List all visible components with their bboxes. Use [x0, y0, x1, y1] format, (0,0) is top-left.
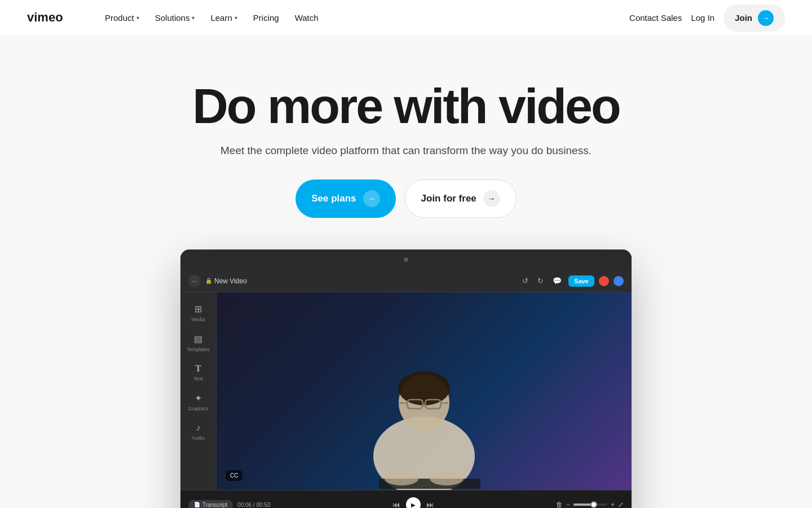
timeline-controls: 📄 Transcript 00:06 / 00:50 ⏮ ▶ [180, 495, 632, 508]
play-button[interactable]: ▶ [406, 497, 421, 508]
back-button[interactable]: ← [188, 275, 201, 287]
tool-media[interactable]: ⊞ Media [184, 299, 213, 327]
chevron-down-icon: ▾ [192, 15, 195, 21]
nav-item-watch[interactable]: Watch [288, 8, 325, 27]
nav-right-items: Contact Sales Log In Join → [629, 5, 785, 32]
prev-button[interactable]: ⏮ [392, 500, 400, 508]
logo[interactable]: vimeo [27, 9, 78, 27]
graphics-label: Graphics [188, 406, 208, 411]
arrow-icon: → [483, 190, 500, 207]
templates-icon: ▤ [194, 334, 202, 344]
tool-graphics[interactable]: ✦ Graphics [184, 388, 213, 416]
navigation: vimeo Product ▾ Solutions ▾ Learn ▾ Pric… [0, 0, 812, 36]
nav-item-product[interactable]: Product ▾ [98, 8, 146, 27]
contact-sales-link[interactable]: Contact Sales [629, 13, 682, 23]
nav-left-items: Product ▾ Solutions ▾ Learn ▾ Pricing Wa… [98, 8, 629, 27]
editor-timeline: 📄 Transcript 00:06 / 00:50 ⏮ ▶ [180, 490, 632, 508]
svg-point-10 [385, 472, 418, 485]
redo-button[interactable]: ↻ [535, 274, 546, 287]
audio-label: Audio [192, 435, 205, 441]
play-icon: ▶ [411, 502, 416, 508]
zoom-slider-thumb[interactable] [590, 501, 597, 508]
next-button[interactable]: ⏭ [426, 500, 434, 508]
tool-text[interactable]: T Text [184, 359, 213, 386]
arrow-icon: → [758, 10, 774, 26]
arrow-icon: → [363, 190, 380, 207]
hero-subtitle: Meet the complete video platform that ca… [27, 144, 785, 157]
graphics-icon: ✦ [195, 393, 202, 404]
transcript-badge[interactable]: 📄 Transcript [188, 500, 233, 509]
timeline-right: 🗑 − + ⤢ [556, 501, 624, 508]
hero-cta-buttons: See plans → Join for free → [27, 179, 785, 218]
delete-button[interactable]: 🗑 [556, 501, 563, 508]
zoom-in-button[interactable]: + [611, 501, 615, 508]
login-link[interactable]: Log In [691, 13, 714, 23]
editor-app: ← 🔒 New Video ↺ ↻ 💬 Save [180, 270, 632, 508]
timeline-center: ⏮ ▶ ⏭ [392, 497, 434, 508]
editor-mockup: ← 🔒 New Video ↺ ↻ 💬 Save [180, 249, 632, 508]
laptop-top-bar [180, 249, 632, 270]
editor-header-left: ← 🔒 New Video [188, 275, 247, 287]
media-label: Media [191, 317, 205, 322]
media-icon: ⊞ [195, 304, 202, 314]
editor-sidebar: ⊞ Media ▤ Templates T Text ✦ Graphics [180, 292, 217, 490]
svg-point-11 [430, 472, 464, 485]
back-icon: ← [192, 278, 198, 284]
timeline-left: 📄 Transcript 00:06 / 00:50 [188, 500, 271, 509]
hero-section: Do more with video Meet the complete vid… [0, 36, 812, 508]
user-avatar-red [599, 276, 609, 286]
chevron-down-icon: ▾ [235, 15, 237, 21]
templates-label: Templates [187, 347, 210, 352]
tool-audio[interactable]: ♪ Audio [184, 418, 213, 445]
text-label: Text [193, 376, 203, 382]
nav-item-learn[interactable]: Learn ▾ [204, 8, 244, 27]
editor-main: ⊞ Media ▤ Templates T Text ✦ Graphics [180, 292, 632, 490]
caption-icon: CC [226, 470, 242, 481]
camera-dot [404, 257, 408, 262]
join-for-free-button[interactable]: Join for free → [405, 179, 517, 218]
preview-frame: CC [217, 292, 632, 490]
editor-header: ← 🔒 New Video ↺ ↻ 💬 Save [180, 270, 632, 292]
see-plans-button[interactable]: See plans → [295, 179, 395, 218]
audio-icon: ♪ [196, 423, 201, 433]
chevron-down-icon: ▾ [136, 15, 139, 21]
lock-icon: 🔒 [205, 278, 212, 284]
user-avatar-blue [614, 276, 624, 286]
person-svg [345, 343, 503, 490]
join-button[interactable]: Join → [723, 5, 785, 32]
nav-item-solutions[interactable]: Solutions ▾ [148, 8, 202, 27]
svg-text:vimeo: vimeo [27, 10, 63, 24]
save-button[interactable]: Save [568, 275, 594, 287]
time-display: 00:06 / 00:50 [237, 502, 270, 508]
svg-point-3 [398, 371, 450, 405]
editor-title: 🔒 New Video [205, 277, 247, 285]
editor-preview: CC [217, 292, 632, 490]
tool-templates[interactable]: ▤ Templates [184, 329, 213, 357]
comment-button[interactable]: 💬 [550, 274, 564, 287]
hero-title: Do more with video [27, 81, 785, 131]
transcript-icon: 📄 [194, 502, 200, 507]
zoom-out-button[interactable]: − [566, 501, 570, 508]
fit-button[interactable]: ⤢ [618, 501, 624, 508]
undo-button[interactable]: ↺ [520, 274, 531, 287]
text-icon: T [195, 364, 201, 374]
nav-item-pricing[interactable]: Pricing [246, 8, 286, 27]
editor-header-right: ↺ ↻ 💬 Save [520, 274, 624, 287]
